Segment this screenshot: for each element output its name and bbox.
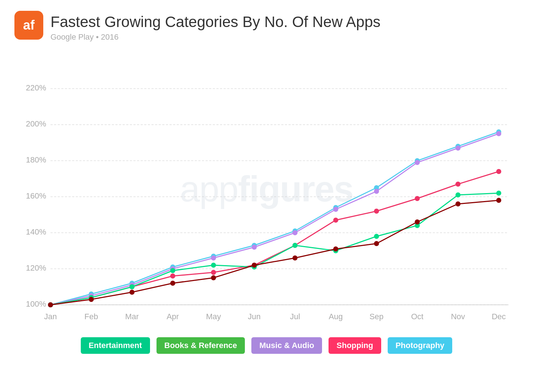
shop-dot-dec: [496, 169, 501, 174]
title-block: Fastest Growing Categories By No. Of New…: [50, 11, 380, 42]
chart-area: appfigures 100% 120% 140% 160% 180% 200%: [14, 53, 519, 334]
books-dot-dec: [496, 198, 501, 203]
books-dot-jun: [252, 263, 257, 268]
svg-text:Dec: Dec: [492, 312, 506, 321]
shop-dot-sep: [374, 209, 379, 214]
music-dot-dec: [496, 131, 501, 136]
subtitle: Google Play • 2016: [50, 32, 380, 42]
books-dot-mar: [129, 290, 135, 295]
books-dot-feb: [89, 297, 94, 302]
legend-music-label: Music & Audio: [259, 341, 314, 350]
svg-text:120%: 120%: [26, 263, 46, 272]
books-dot-jan: [48, 302, 53, 307]
svg-text:Jan: Jan: [44, 312, 57, 321]
ent-dot-apr: [170, 268, 175, 273]
ent-dot-sep: [374, 234, 379, 239]
shop-dot-aug: [333, 218, 338, 223]
svg-text:200%: 200%: [26, 119, 46, 128]
ent-dot-nov: [455, 192, 461, 197]
music-dot-jun: [252, 245, 257, 250]
svg-text:May: May: [206, 312, 221, 321]
svg-text:220%: 220%: [26, 83, 46, 92]
legend-shopping-label: Shopping: [336, 341, 373, 350]
music-dot-aug: [333, 207, 338, 212]
legend-photography: Photography: [388, 337, 453, 354]
legend-shopping: Shopping: [329, 337, 381, 354]
svg-text:Aug: Aug: [329, 312, 343, 321]
music-dot-sep: [374, 189, 379, 194]
shop-dot-nov: [455, 182, 461, 187]
main-title: Fastest Growing Categories By No. Of New…: [50, 13, 380, 31]
svg-text:Jun: Jun: [248, 312, 260, 321]
books-dot-jul: [292, 255, 298, 260]
entertainment-line: [50, 193, 499, 305]
svg-text:140%: 140%: [26, 227, 46, 236]
legend-photography-label: Photography: [396, 341, 445, 350]
svg-text:160%: 160%: [26, 191, 46, 200]
legend-music: Music & Audio: [251, 337, 322, 354]
music-dot-nov: [455, 146, 461, 151]
svg-text:Sep: Sep: [369, 312, 383, 321]
shop-dot-apr: [170, 273, 175, 279]
books-dot-apr: [170, 281, 175, 286]
svg-text:Oct: Oct: [411, 312, 423, 321]
logo: af: [14, 11, 43, 40]
shop-dot-oct: [415, 196, 420, 201]
ent-dot-dec: [496, 191, 501, 196]
shop-dot-may: [211, 270, 216, 275]
legend-books-label: Books & Reference: [164, 341, 237, 350]
music-dot-may: [211, 255, 216, 260]
legend-entertainment: Entertainment: [81, 337, 150, 354]
svg-text:Feb: Feb: [84, 312, 98, 321]
svg-text:Nov: Nov: [451, 312, 465, 321]
legend: Entertainment Books & Reference Music & …: [14, 337, 519, 354]
svg-text:180%: 180%: [26, 155, 46, 164]
logo-text: af: [23, 18, 35, 33]
ent-dot-mar: [129, 284, 135, 289]
svg-text:Jul: Jul: [290, 312, 300, 321]
ent-dot-may: [211, 263, 216, 268]
books-dot-nov: [455, 201, 461, 206]
main-container: af Fastest Growing Categories By No. Of …: [0, 0, 533, 392]
svg-text:Mar: Mar: [125, 312, 139, 321]
books-dot-may: [211, 275, 216, 280]
legend-entertainment-label: Entertainment: [89, 341, 142, 350]
music-dot-jul: [292, 230, 298, 235]
header: af Fastest Growing Categories By No. Of …: [14, 11, 519, 42]
ent-dot-jul: [292, 243, 298, 248]
music-line: [50, 134, 499, 305]
svg-text:Apr: Apr: [167, 312, 179, 321]
books-dot-oct: [415, 219, 420, 224]
svg-text:100%: 100%: [26, 299, 46, 308]
chart-svg: 100% 120% 140% 160% 180% 200% 220% Jan F…: [14, 53, 519, 334]
books-dot-sep: [374, 241, 379, 246]
music-dot-oct: [415, 160, 420, 165]
books-dot-aug: [333, 246, 338, 251]
legend-books: Books & Reference: [157, 337, 245, 354]
